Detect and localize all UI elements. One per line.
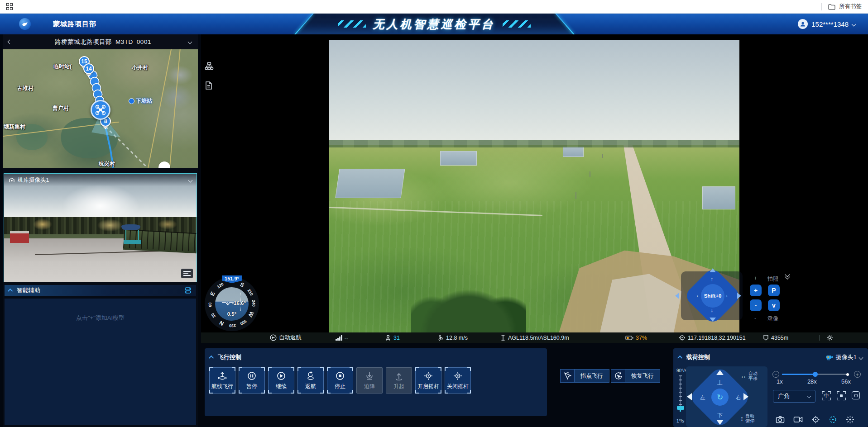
flight-button-joystick-open[interactable]: 开启摇杆	[415, 367, 441, 394]
compass-tick-300: 300	[239, 319, 247, 326]
resume-icon	[276, 371, 286, 381]
altitude-icon	[500, 334, 506, 341]
resume-fly-label: 恢复飞行	[625, 369, 660, 383]
compass-tick-240: 240	[251, 300, 256, 307]
map-place-label: 塘新集村	[4, 123, 25, 131]
collapse-double-chevron-icon[interactable]	[786, 274, 789, 279]
resume-fly-button[interactable]: 恢复飞行	[611, 369, 660, 383]
record-video-icon[interactable]	[793, 416, 803, 423]
zoom-slider[interactable]	[782, 374, 849, 375]
username: 152****1348	[811, 20, 849, 28]
zoom-slider-fill	[782, 374, 815, 375]
take-photo-icon[interactable]	[776, 416, 785, 423]
return-home-icon	[306, 371, 316, 381]
dpad-left-label[interactable]: 左	[700, 394, 705, 402]
gimbal-up-tip-icon[interactable]	[710, 268, 716, 272]
gimbal-center-icon[interactable]: 中	[822, 391, 831, 400]
flight-control-title: 飞行控制	[218, 353, 241, 361]
gimbal-recenter-button[interactable]: ↻	[711, 389, 729, 406]
video-stage: N3060E120S210240W300330 -16.6° 0.5° 151.…	[201, 34, 868, 343]
gimbal-left-tip-icon[interactable]	[675, 293, 679, 299]
flight-button-resume[interactable]: 继续	[268, 367, 294, 394]
record-button[interactable]: v	[768, 299, 780, 311]
ai-assist-header[interactable]: 智能辅助	[5, 285, 196, 296]
apps-grid-icon[interactable]	[6, 3, 14, 10]
dpad-up-label[interactable]: 上	[717, 379, 723, 387]
spotlight-icon[interactable]	[846, 415, 854, 424]
flight-button-stop[interactable]: 停止	[327, 367, 353, 394]
point-fly-button[interactable]: 指点飞行	[560, 369, 609, 383]
drone-position-marker[interactable]	[91, 100, 110, 120]
dpad-down-tip-icon[interactable]	[716, 420, 724, 425]
gimbal-follow-icon[interactable]	[829, 415, 837, 424]
dpad-up-tip-icon[interactable]	[716, 370, 724, 375]
flight-button-joystick-close[interactable]: 关闭摇杆	[445, 367, 471, 394]
gimbal-right-tip-icon[interactable]	[737, 293, 741, 299]
flight-button-pause[interactable]: 暂停	[239, 367, 265, 394]
lens-mode-select[interactable]: 广角	[773, 390, 815, 403]
flight-button-label: 暂停	[246, 383, 257, 390]
gimbal-speed-slider[interactable]	[680, 375, 681, 410]
all-bookmarks-button[interactable]: 所有书签	[821, 3, 862, 10]
divider	[820, 335, 820, 341]
all-bookmarks-label: 所有书签	[839, 3, 862, 10]
user-menu[interactable]: 152****1348	[798, 14, 855, 34]
org-chart-icon[interactable]	[205, 62, 214, 72]
compass-tick-S: S	[239, 281, 245, 289]
flight-button-label: 开启摇杆	[417, 383, 439, 390]
picture-in-picture-icon[interactable]	[852, 391, 860, 399]
auto-tilt-control[interactable]: ↕ 自动俯仰	[740, 413, 754, 423]
camera-list-button[interactable]	[181, 269, 193, 278]
ai-assist-body: 点击"+"添加AI模型	[5, 299, 196, 425]
ai-models-icon[interactable]	[184, 287, 192, 294]
signal-status: --	[336, 332, 348, 343]
flight-control-header[interactable]: 飞行控制	[205, 348, 547, 365]
auto-return-button[interactable]: 自动返航	[270, 332, 302, 343]
zoom-slider-handle[interactable]	[813, 372, 818, 377]
dpad-left-tip-icon[interactable]	[687, 393, 692, 400]
device-dropdown-chevron-icon[interactable]	[188, 40, 192, 44]
mission-map[interactable]: 临时站( 小井村 古堆村 曹户村 下塘站 塘新集村 杭岗村 15 14	[3, 49, 198, 168]
drone-video-feed	[329, 40, 739, 332]
signal-icon	[336, 335, 342, 341]
gimbal-camera-icon	[826, 355, 833, 361]
zoom-out-button[interactable]: -	[750, 299, 762, 311]
zoom-in-button[interactable]: +	[750, 285, 762, 296]
folder-icon	[828, 4, 835, 10]
horizontal-arrows-icon: ↔	[740, 372, 747, 380]
settings-gear-icon[interactable]	[826, 332, 833, 343]
dpad-down-label[interactable]: 下	[717, 412, 723, 419]
home-distance-status: 4355m	[763, 332, 788, 343]
auto-pan-control[interactable]: ↔ 自动平移	[740, 371, 758, 381]
satellite-icon	[385, 334, 391, 341]
gimbal-shift-hint[interactable]: Shift+0	[701, 284, 724, 308]
map-place-label: 曹户村	[53, 104, 69, 112]
document-icon[interactable]	[205, 81, 213, 92]
compass-tick-W: W	[247, 310, 255, 318]
camera-quick-controls: + 拍照 + P - v - 录像	[747, 273, 806, 324]
flight-button-force-land: 迫降	[356, 367, 383, 394]
target-lock-icon[interactable]	[811, 415, 820, 424]
gimbal-down-tip-icon[interactable]	[710, 318, 716, 322]
camera-selector[interactable]: 摄像头1	[826, 353, 863, 361]
photo-button[interactable]: P	[768, 285, 780, 296]
dpad-right-label[interactable]: 右	[736, 394, 741, 402]
stop-icon	[335, 371, 345, 381]
zoom-increase-button[interactable]: +	[854, 371, 861, 378]
gimbal-down-arrow[interactable]: ↓	[710, 307, 714, 313]
hangar-camera-panel[interactable]: 机库摄像头1	[4, 173, 197, 282]
tracking-box-icon[interactable]	[837, 391, 846, 400]
zoom-decrease-button[interactable]: −	[772, 371, 779, 378]
flight-button-route-flight[interactable]: 航线飞行	[209, 367, 235, 394]
waypoint-pin-14[interactable]: 14	[83, 63, 94, 77]
chevron-down-icon	[807, 394, 811, 398]
flight-button-return-home[interactable]: 返航	[297, 367, 324, 394]
gimbal-up-arrow[interactable]: ↑	[710, 275, 714, 282]
camera-dropdown-chevron-icon[interactable]	[188, 178, 193, 182]
dpad-right-tip-icon[interactable]	[743, 393, 748, 400]
ascend-icon	[394, 371, 404, 381]
ai-empty-hint: 点击"+"添加AI模型	[5, 299, 196, 322]
banner-slashes-right	[503, 20, 531, 28]
gimbal-speed-handle[interactable]	[677, 406, 684, 410]
back-chevron-icon[interactable]	[8, 40, 12, 44]
